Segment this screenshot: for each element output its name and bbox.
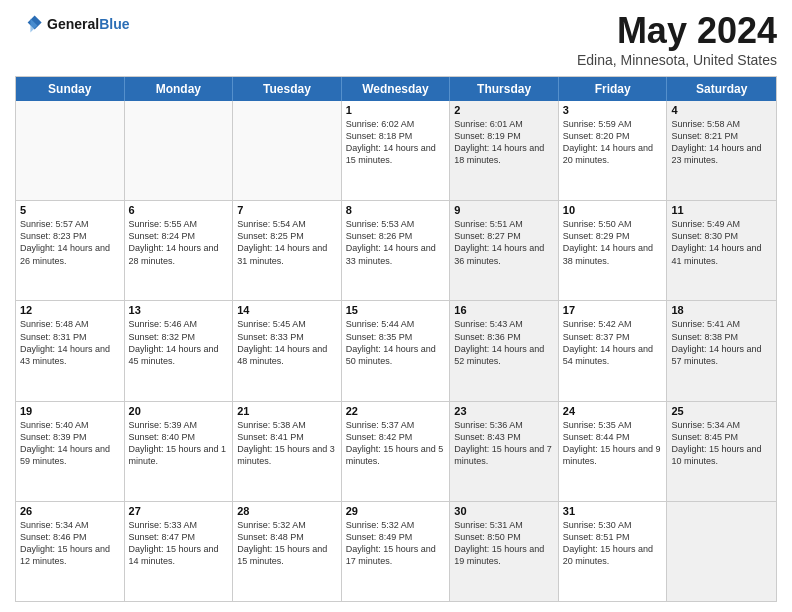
logo: GeneralBlue xyxy=(15,10,129,38)
sunrise-text: Sunrise: 5:57 AM xyxy=(20,218,120,230)
sunrise-text: Sunrise: 5:44 AM xyxy=(346,318,446,330)
cal-day-21: 21Sunrise: 5:38 AMSunset: 8:41 PMDayligh… xyxy=(233,402,342,501)
daylight-text: Daylight: 14 hours and 36 minutes. xyxy=(454,242,554,266)
daylight-text: Daylight: 14 hours and 18 minutes. xyxy=(454,142,554,166)
day-number: 17 xyxy=(563,304,663,316)
cal-day-2: 2Sunrise: 6:01 AMSunset: 8:19 PMDaylight… xyxy=(450,101,559,200)
logo-icon xyxy=(15,10,43,38)
sunset-text: Sunset: 8:29 PM xyxy=(563,230,663,242)
day-number: 7 xyxy=(237,204,337,216)
sunset-text: Sunset: 8:30 PM xyxy=(671,230,772,242)
daylight-text: Daylight: 14 hours and 41 minutes. xyxy=(671,242,772,266)
sunrise-text: Sunrise: 5:46 AM xyxy=(129,318,229,330)
daylight-text: Daylight: 14 hours and 38 minutes. xyxy=(563,242,663,266)
sunrise-text: Sunrise: 5:33 AM xyxy=(129,519,229,531)
cal-day-7: 7Sunrise: 5:54 AMSunset: 8:25 PMDaylight… xyxy=(233,201,342,300)
sunrise-text: Sunrise: 5:38 AM xyxy=(237,419,337,431)
sunrise-text: Sunrise: 5:39 AM xyxy=(129,419,229,431)
cal-day-19: 19Sunrise: 5:40 AMSunset: 8:39 PMDayligh… xyxy=(16,402,125,501)
page: GeneralBlue May 2024 Edina, Minnesota, U… xyxy=(0,0,792,612)
sunrise-text: Sunrise: 5:49 AM xyxy=(671,218,772,230)
day-number: 25 xyxy=(671,405,772,417)
header-day-friday: Friday xyxy=(559,77,668,101)
sunrise-text: Sunrise: 5:31 AM xyxy=(454,519,554,531)
cal-day-31: 31Sunrise: 5:30 AMSunset: 8:51 PMDayligh… xyxy=(559,502,668,601)
day-number: 8 xyxy=(346,204,446,216)
day-number: 18 xyxy=(671,304,772,316)
daylight-text: Daylight: 14 hours and 54 minutes. xyxy=(563,343,663,367)
cal-day-18: 18Sunrise: 5:41 AMSunset: 8:38 PMDayligh… xyxy=(667,301,776,400)
daylight-text: Daylight: 15 hours and 17 minutes. xyxy=(346,543,446,567)
daylight-text: Daylight: 15 hours and 20 minutes. xyxy=(563,543,663,567)
daylight-text: Daylight: 15 hours and 9 minutes. xyxy=(563,443,663,467)
sunset-text: Sunset: 8:35 PM xyxy=(346,331,446,343)
sunset-text: Sunset: 8:51 PM xyxy=(563,531,663,543)
day-number: 16 xyxy=(454,304,554,316)
daylight-text: Daylight: 15 hours and 12 minutes. xyxy=(20,543,120,567)
cal-day-16: 16Sunrise: 5:43 AMSunset: 8:36 PMDayligh… xyxy=(450,301,559,400)
sunrise-text: Sunrise: 5:48 AM xyxy=(20,318,120,330)
daylight-text: Daylight: 14 hours and 45 minutes. xyxy=(129,343,229,367)
day-number: 20 xyxy=(129,405,229,417)
sunset-text: Sunset: 8:25 PM xyxy=(237,230,337,242)
sunset-text: Sunset: 8:19 PM xyxy=(454,130,554,142)
day-number: 22 xyxy=(346,405,446,417)
sunrise-text: Sunrise: 5:55 AM xyxy=(129,218,229,230)
sunrise-text: Sunrise: 5:43 AM xyxy=(454,318,554,330)
cal-empty xyxy=(16,101,125,200)
sunset-text: Sunset: 8:40 PM xyxy=(129,431,229,443)
cal-day-30: 30Sunrise: 5:31 AMSunset: 8:50 PMDayligh… xyxy=(450,502,559,601)
week-row-3: 12Sunrise: 5:48 AMSunset: 8:31 PMDayligh… xyxy=(16,301,776,401)
day-number: 6 xyxy=(129,204,229,216)
daylight-text: Daylight: 14 hours and 48 minutes. xyxy=(237,343,337,367)
day-number: 27 xyxy=(129,505,229,517)
sunset-text: Sunset: 8:37 PM xyxy=(563,331,663,343)
sunset-text: Sunset: 8:47 PM xyxy=(129,531,229,543)
cal-day-9: 9Sunrise: 5:51 AMSunset: 8:27 PMDaylight… xyxy=(450,201,559,300)
header-day-tuesday: Tuesday xyxy=(233,77,342,101)
sunrise-text: Sunrise: 5:59 AM xyxy=(563,118,663,130)
header-day-thursday: Thursday xyxy=(450,77,559,101)
daylight-text: Daylight: 15 hours and 3 minutes. xyxy=(237,443,337,467)
day-number: 19 xyxy=(20,405,120,417)
sunset-text: Sunset: 8:21 PM xyxy=(671,130,772,142)
month-title: May 2024 xyxy=(577,10,777,52)
day-number: 13 xyxy=(129,304,229,316)
cal-day-14: 14Sunrise: 5:45 AMSunset: 8:33 PMDayligh… xyxy=(233,301,342,400)
daylight-text: Daylight: 14 hours and 59 minutes. xyxy=(20,443,120,467)
daylight-text: Daylight: 14 hours and 28 minutes. xyxy=(129,242,229,266)
sunset-text: Sunset: 8:39 PM xyxy=(20,431,120,443)
daylight-text: Daylight: 14 hours and 33 minutes. xyxy=(346,242,446,266)
sunset-text: Sunset: 8:45 PM xyxy=(671,431,772,443)
sunrise-text: Sunrise: 6:02 AM xyxy=(346,118,446,130)
cal-day-28: 28Sunrise: 5:32 AMSunset: 8:48 PMDayligh… xyxy=(233,502,342,601)
day-number: 10 xyxy=(563,204,663,216)
cal-day-20: 20Sunrise: 5:39 AMSunset: 8:40 PMDayligh… xyxy=(125,402,234,501)
cal-day-13: 13Sunrise: 5:46 AMSunset: 8:32 PMDayligh… xyxy=(125,301,234,400)
cal-day-10: 10Sunrise: 5:50 AMSunset: 8:29 PMDayligh… xyxy=(559,201,668,300)
day-number: 26 xyxy=(20,505,120,517)
cal-empty xyxy=(233,101,342,200)
daylight-text: Daylight: 14 hours and 52 minutes. xyxy=(454,343,554,367)
cal-day-8: 8Sunrise: 5:53 AMSunset: 8:26 PMDaylight… xyxy=(342,201,451,300)
sunset-text: Sunset: 8:41 PM xyxy=(237,431,337,443)
sunset-text: Sunset: 8:26 PM xyxy=(346,230,446,242)
daylight-text: Daylight: 14 hours and 43 minutes. xyxy=(20,343,120,367)
day-number: 23 xyxy=(454,405,554,417)
daylight-text: Daylight: 14 hours and 20 minutes. xyxy=(563,142,663,166)
daylight-text: Daylight: 14 hours and 15 minutes. xyxy=(346,142,446,166)
header-day-monday: Monday xyxy=(125,77,234,101)
daylight-text: Daylight: 15 hours and 1 minute. xyxy=(129,443,229,467)
sunrise-text: Sunrise: 5:50 AM xyxy=(563,218,663,230)
daylight-text: Daylight: 14 hours and 31 minutes. xyxy=(237,242,337,266)
sunrise-text: Sunrise: 5:30 AM xyxy=(563,519,663,531)
sunrise-text: Sunrise: 5:41 AM xyxy=(671,318,772,330)
day-number: 14 xyxy=(237,304,337,316)
sunset-text: Sunset: 8:18 PM xyxy=(346,130,446,142)
week-row-1: 1Sunrise: 6:02 AMSunset: 8:18 PMDaylight… xyxy=(16,101,776,201)
day-number: 21 xyxy=(237,405,337,417)
day-number: 12 xyxy=(20,304,120,316)
calendar-body: 1Sunrise: 6:02 AMSunset: 8:18 PMDaylight… xyxy=(16,101,776,601)
sunrise-text: Sunrise: 5:40 AM xyxy=(20,419,120,431)
header-day-sunday: Sunday xyxy=(16,77,125,101)
